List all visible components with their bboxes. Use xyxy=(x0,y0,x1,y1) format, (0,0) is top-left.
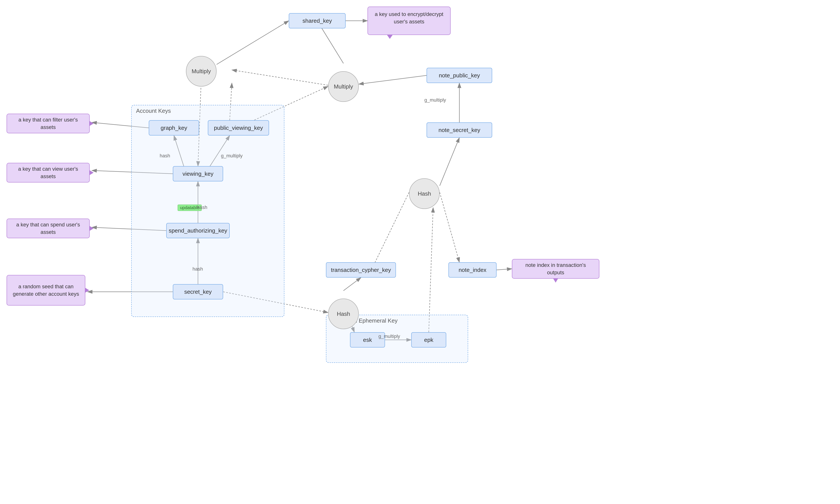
epk-node: epk xyxy=(411,332,446,347)
hash-label-3: hash xyxy=(192,266,203,272)
shared-key-node: shared_key xyxy=(289,13,346,29)
graph-key-node: graph_key xyxy=(149,120,199,136)
filter-assets-tooltip: a key that can filter user's assets xyxy=(6,114,90,133)
g-multiply-label-3: g_multiply xyxy=(379,334,400,339)
hash2-circle: Hash xyxy=(328,299,359,329)
random-seed-tooltip: a random seed that can generate other ac… xyxy=(6,275,85,306)
account-keys-label: Account Keys xyxy=(136,108,171,114)
multiply2-circle: Multiply xyxy=(328,71,359,102)
public-viewing-key-node: public_viewing_key xyxy=(208,120,269,136)
svg-line-21 xyxy=(440,192,459,262)
spend-assets-tooltip: a key that can spend user's assets xyxy=(6,219,90,238)
hash-label-2: hash xyxy=(197,204,207,210)
svg-line-22 xyxy=(496,269,512,270)
svg-line-24 xyxy=(429,208,433,332)
note-public-key-node: note_public_key xyxy=(426,68,492,83)
svg-line-8 xyxy=(440,138,459,186)
hash-label-1: hash xyxy=(160,153,170,159)
spend-authorizing-key-node: spend_authorizing_key xyxy=(166,223,230,238)
multiply1-circle: Multiply xyxy=(186,56,216,87)
note-index-node: note_index xyxy=(449,262,496,277)
shared-key-desc-tooltip: a key used to encrypt/decrypt user's ass… xyxy=(368,6,451,35)
view-assets-tooltip: a key that can view user's assets xyxy=(6,163,90,182)
svg-line-4 xyxy=(232,70,328,85)
svg-line-18 xyxy=(344,277,361,291)
note-index-desc-tooltip: note index in transaction's outputs xyxy=(512,259,599,279)
viewing-key-node: viewing_key xyxy=(173,166,223,181)
note-secret-key-node: note_secret_key xyxy=(426,122,492,138)
secret-key-node: secret_key xyxy=(173,284,223,300)
g-multiply-label-2: g_multiply xyxy=(424,97,446,103)
svg-line-3 xyxy=(359,75,426,84)
diagram: Account Keys Transction Ephemeral Key sh… xyxy=(0,0,840,504)
svg-line-1 xyxy=(216,21,289,65)
svg-line-20 xyxy=(372,192,409,269)
hash1-circle: Hash xyxy=(409,178,440,209)
g-multiply-label-1: g_multiply xyxy=(221,153,243,159)
transaction-cypher-key-node: transaction_cypher_key xyxy=(326,262,396,277)
